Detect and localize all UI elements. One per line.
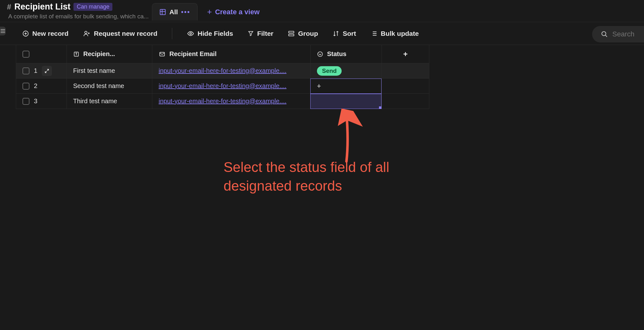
view-tabs: All ••• + Create a view — [152, 3, 260, 21]
column-label: Status — [327, 50, 346, 58]
group-label: Group — [298, 30, 318, 37]
svg-point-3 — [190, 33, 192, 35]
annotation-text: Select the status field of all designate… — [224, 158, 389, 195]
cell-empty[interactable] — [382, 63, 429, 79]
cell-status[interactable]: Send — [311, 63, 382, 79]
new-record-button[interactable]: New record — [22, 30, 68, 37]
filter-icon — [248, 30, 254, 37]
search-input[interactable] — [612, 30, 641, 38]
column-header-recipient-name[interactable]: Recipien... — [67, 45, 152, 63]
grid-view-icon — [159, 9, 166, 16]
svg-point-6 — [602, 32, 606, 36]
cell-empty[interactable] — [382, 79, 429, 94]
header-left: # Recipient List Can manage A complete l… — [7, 2, 153, 20]
filter-button[interactable]: Filter — [248, 30, 273, 37]
group-icon — [288, 30, 295, 37]
annotation-line-1: Select the status field of all — [224, 158, 389, 176]
permission-badge[interactable]: Can manage — [73, 3, 112, 11]
select-type-icon — [317, 51, 323, 57]
search-icon — [601, 31, 608, 38]
email-link[interactable]: input-your-email-here-for-testing@exampl… — [159, 82, 287, 90]
cell-empty[interactable] — [382, 94, 429, 109]
cell-name[interactable]: Second test name — [67, 79, 152, 94]
tab-all[interactable]: All ••• — [152, 3, 198, 21]
group-button[interactable]: Group — [288, 30, 318, 37]
email-icon — [159, 51, 166, 57]
email-link[interactable]: input-your-email-here-for-testing@exampl… — [159, 98, 287, 105]
tab-label: All — [169, 8, 178, 16]
svg-point-9 — [318, 52, 323, 56]
cell-name[interactable]: Third test name — [67, 94, 152, 109]
column-label: Recipient Email — [169, 50, 217, 58]
column-header-recipient-email[interactable]: Recipient Email — [152, 45, 311, 63]
hash-icon: # — [7, 3, 11, 11]
cell-email[interactable]: input-your-email-here-for-testing@exampl… — [152, 94, 311, 109]
sort-button[interactable]: Sort — [332, 30, 356, 37]
cell-email[interactable]: input-your-email-here-for-testing@exampl… — [152, 63, 311, 79]
select-all-checkbox[interactable] — [22, 51, 29, 58]
page-subtitle: A complete list of emails for bulk sendi… — [8, 13, 153, 20]
add-column-button[interactable]: + — [382, 45, 429, 63]
bulk-update-button[interactable]: Bulk update — [370, 30, 419, 37]
toolbar: New record Request new record Hide Field… — [0, 22, 644, 45]
list-icon — [370, 30, 377, 37]
hide-fields-label: Hide Fields — [198, 30, 233, 37]
row-number: 1 — [34, 67, 37, 74]
row-number: 2 — [34, 82, 37, 90]
expand-row-button[interactable] — [42, 66, 52, 76]
row-number-cell: 2 — [16, 79, 67, 94]
new-record-label: New record — [32, 30, 68, 37]
text-type-icon — [73, 51, 79, 57]
plus-icon: + — [403, 50, 407, 59]
row-checkbox[interactable] — [22, 67, 29, 74]
request-new-record-button[interactable]: Request new record — [83, 30, 157, 37]
person-plus-icon — [83, 30, 91, 37]
header: # Recipient List Can manage A complete l… — [0, 0, 644, 22]
page-title: Recipient List — [14, 2, 70, 12]
cell-status[interactable] — [311, 94, 382, 109]
create-view-button[interactable]: + Create a view — [207, 7, 260, 17]
svg-rect-0 — [160, 10, 166, 15]
email-link[interactable]: input-your-email-here-for-testing@exampl… — [159, 67, 287, 74]
request-new-record-label: Request new record — [94, 30, 157, 37]
status-badge: Send — [317, 66, 342, 76]
hide-fields-button[interactable]: Hide Fields — [187, 30, 233, 37]
column-label: Recipien... — [83, 50, 115, 58]
cell-email[interactable]: input-your-email-here-for-testing@exampl… — [152, 79, 311, 94]
row-number-cell: 1 — [16, 63, 67, 79]
more-icon[interactable]: ••• — [181, 8, 190, 16]
header-checkbox-cell — [16, 45, 67, 63]
row-checkbox[interactable] — [22, 83, 29, 90]
cell-status[interactable]: + — [311, 79, 382, 94]
plus-circle-icon — [22, 30, 29, 37]
eye-icon — [187, 30, 194, 37]
data-table: Recipien... Recipient Email Status + 1 F… — [16, 45, 644, 109]
sort-icon — [332, 30, 339, 37]
cell-name[interactable]: First test name — [67, 63, 152, 79]
svg-rect-5 — [289, 34, 294, 36]
svg-point-2 — [85, 31, 87, 33]
sort-label: Sort — [343, 30, 356, 37]
plus-icon: + — [207, 7, 212, 17]
toolbar-divider — [172, 28, 172, 39]
add-status-button[interactable]: + — [317, 82, 321, 90]
row-number: 3 — [34, 98, 37, 105]
title-row: # Recipient List Can manage — [7, 2, 153, 12]
annotation-line-2: designated records — [224, 176, 389, 195]
bulk-update-label: Bulk update — [381, 30, 419, 37]
column-header-status[interactable]: Status — [311, 45, 382, 63]
row-checkbox[interactable] — [22, 98, 29, 105]
row-number-cell: 3 — [16, 94, 67, 109]
filter-label: Filter — [257, 30, 273, 37]
create-view-label: Create a view — [215, 8, 260, 16]
svg-rect-4 — [289, 31, 294, 33]
search-box[interactable] — [592, 26, 644, 42]
